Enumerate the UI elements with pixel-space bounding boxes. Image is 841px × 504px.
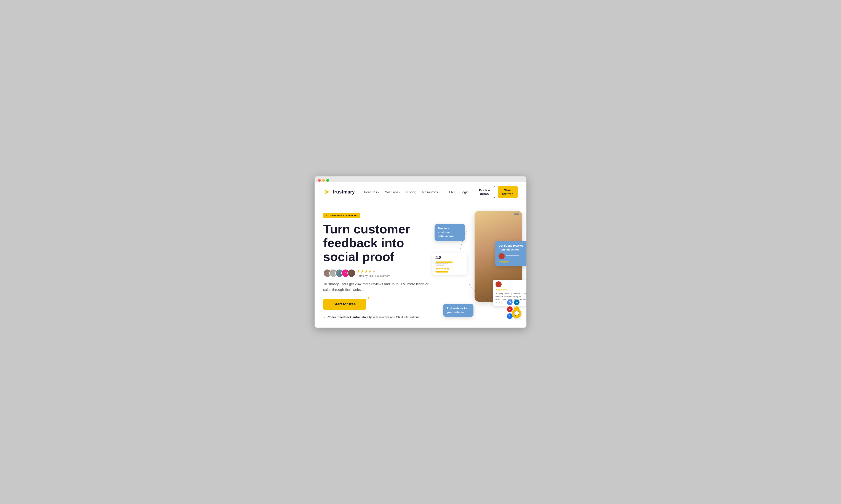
rating-bar-accent (435, 271, 448, 272)
feature-item: ✓ Collect feedback automatically with su… (323, 315, 430, 320)
book-demo-button[interactable]: Book a demo (474, 186, 495, 198)
chevron-down-icon: ▾ (454, 191, 455, 193)
card-measure-satisfaction: Measure customer satisfaction (434, 224, 465, 241)
snippet-stars: ★★★★★ (496, 288, 527, 291)
rating-value: 4.8 (435, 255, 464, 260)
start-free-nav-button[interactable]: Start for free (498, 186, 518, 198)
check-icon: ✓ (323, 315, 326, 320)
nav-links: Features ▾ Solutions ▾ Pricing Resources… (361, 188, 442, 196)
chevron-down-icon: ▾ (399, 191, 400, 193)
trustmary-logo-icon (323, 188, 331, 196)
hero-title: Turn customer feedback into social proof (323, 222, 430, 264)
chevron-down-icon: ▾ (378, 191, 379, 193)
navbar: trustmary Features ▾ Solutions ▾ Pricing… (314, 182, 527, 202)
public-stars: ★★★★★ (499, 260, 525, 264)
rating-text: Rated by 3611+ customers (357, 274, 390, 277)
rating-section: ★★★★★ Rated by 3611+ customers (357, 269, 390, 277)
nav-features[interactable]: Features ▾ (361, 188, 381, 196)
chat-button[interactable]: 💬 (512, 309, 521, 318)
reviewer-avatar (496, 281, 501, 287)
hero-left: AUTOMATED SYSTEM TO Turn customer feedba… (323, 211, 430, 320)
yelp-logo: ★ (507, 306, 513, 312)
nav-solutions[interactable]: Solutions ▾ (382, 188, 403, 196)
logo-text: trustmary (333, 189, 355, 195)
nav-resources[interactable]: Resources ▾ (419, 188, 442, 196)
language-selector[interactable]: EN ▾ (449, 190, 455, 194)
hero-cta-button[interactable]: Start for free (323, 299, 366, 310)
card-public-reviews: Get public reviews from advocates ★★★★★ (495, 241, 527, 266)
logo[interactable]: trustmary (323, 188, 355, 196)
hero-right: Measure customer satisfaction 4.8 ★★★★★ … (439, 211, 527, 323)
traffic-lights (318, 179, 329, 182)
rating-bars (435, 262, 464, 266)
customer-avatars: E (323, 269, 354, 277)
social-proof-row: E ★★★★★ Rated by 3611+ customers (323, 269, 430, 277)
browser-window: trustmary Features ▾ Solutions ▾ Pricing… (314, 176, 527, 328)
hero-section: AUTOMATED SYSTEM TO Turn customer feedba… (314, 202, 527, 328)
google-logo: G (507, 300, 513, 305)
chevron-down-icon: ▾ (439, 191, 440, 193)
svg-marker-0 (325, 190, 329, 194)
nav-pricing[interactable]: Pricing (404, 188, 419, 196)
browser-content: trustmary Features ▾ Solutions ▾ Pricing… (314, 182, 527, 328)
nav-right: EN ▾ Login Book a demo Start for free (449, 186, 518, 198)
traffic-light-red[interactable] (318, 179, 321, 182)
avatar (347, 269, 356, 277)
traffic-light-green[interactable] (326, 179, 329, 182)
chat-icon: 💬 (514, 311, 519, 316)
sparkle-icon: ✦ (367, 295, 370, 300)
rating-card: 4.8 ★★★★★ (432, 253, 467, 275)
browser-chrome (314, 176, 527, 182)
linkedin-logo: in (514, 300, 519, 305)
star-rating: ★★★★★ (357, 269, 390, 274)
hero-subtitle: Trustmary users get 2-4x more reviews an… (323, 281, 430, 292)
hero-badge: AUTOMATED SYSTEM TO (323, 213, 360, 218)
rating-stars-small: ★★★★★ (435, 267, 464, 270)
phone-header (514, 213, 519, 215)
traffic-light-yellow[interactable] (322, 179, 325, 182)
card-add-reviews: Add reviews to your website (443, 304, 474, 317)
feature-list: ✓ Collect feedback automatically with su… (323, 315, 430, 320)
cta-area: ✦ Start for free (323, 299, 366, 310)
login-button[interactable]: Login (458, 188, 471, 196)
